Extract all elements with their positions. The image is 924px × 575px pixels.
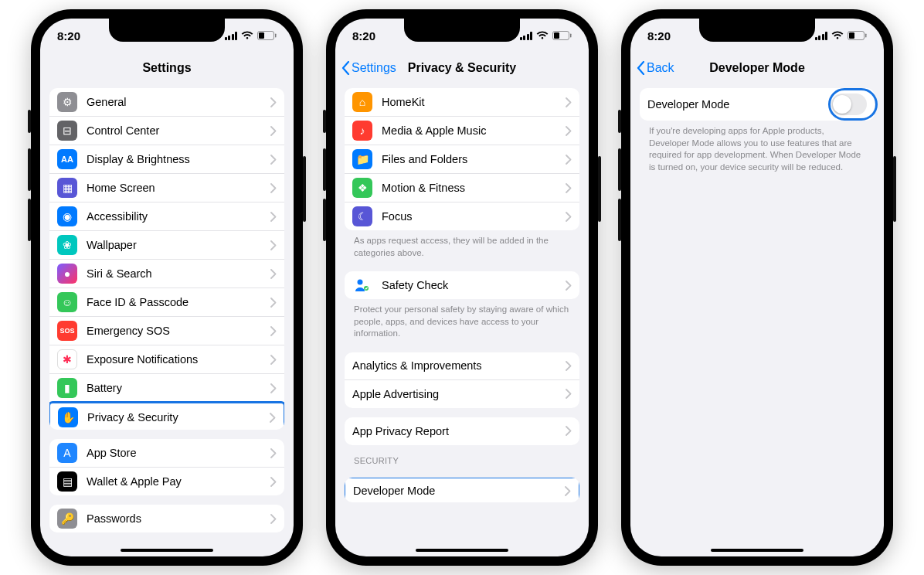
- chevron-right-icon: [566, 281, 572, 291]
- chevron-right-icon: [270, 212, 277, 222]
- chevron-right-icon: [270, 355, 277, 365]
- page-title: Developer Mode: [709, 61, 805, 75]
- back-button[interactable]: Settings: [341, 61, 396, 75]
- wallet-icon: ▤: [57, 471, 77, 492]
- row-label: Developer Mode: [353, 485, 565, 497]
- battery-icon: [552, 31, 572, 40]
- row-homekit[interactable]: ⌂ HomeKit: [345, 88, 579, 117]
- chevron-right-icon: [270, 326, 277, 336]
- row-wallpaper[interactable]: ❀ Wallpaper: [49, 231, 284, 260]
- back-label: Settings: [352, 61, 396, 75]
- accessibility-icon: ◉: [57, 206, 77, 226]
- row-exposure-notifications[interactable]: ✱ Exposure Notifications: [49, 345, 284, 374]
- row-label: Control Center: [87, 124, 270, 137]
- row-label: Analytics & Improvements: [352, 359, 566, 372]
- developer-mode-row: Developer Mode: [640, 88, 875, 121]
- row-app-privacy-report[interactable]: App Privacy Report: [345, 417, 579, 445]
- row-siri-search[interactable]: ● Siri & Search: [49, 260, 284, 288]
- privacy-list[interactable]: ⌂ HomeKit ♪ Media & Apple Music 📁 Files …: [335, 83, 589, 556]
- chevron-right-icon: [566, 361, 572, 371]
- chevron-right-icon: [270, 383, 277, 393]
- gear-icon: ⚙︎: [57, 92, 77, 112]
- row-label: App Store: [87, 447, 270, 459]
- row-media-apple-music[interactable]: ♪ Media & Apple Music: [345, 117, 579, 145]
- row-label: Files and Folders: [382, 153, 566, 165]
- row-label: Emergency SOS: [87, 325, 270, 337]
- row-label: Safety Check: [382, 279, 566, 291]
- chevron-right-icon: [270, 298, 277, 308]
- chevron-right-icon: [270, 413, 276, 423]
- row-general[interactable]: ⚙︎ General: [49, 88, 284, 117]
- signal-icon: [815, 32, 828, 40]
- status-time: 8:20: [352, 29, 375, 43]
- chevron-right-icon: [270, 183, 277, 193]
- wifi-icon: [241, 31, 253, 40]
- chevron-right-icon: [270, 155, 277, 165]
- row-label: Display & Brightness: [87, 153, 270, 165]
- chevron-right-icon: [566, 183, 572, 193]
- row-label: Face ID & Passcode: [87, 296, 270, 308]
- signal-icon: [520, 32, 533, 40]
- home-indicator[interactable]: [121, 549, 213, 552]
- notch: [109, 19, 225, 42]
- home-indicator[interactable]: [711, 549, 803, 552]
- status-time: 8:20: [57, 29, 80, 43]
- chevron-right-icon: [270, 448, 277, 458]
- row-home-screen[interactable]: ▦ Home Screen: [49, 174, 284, 202]
- row-battery[interactable]: ▮ Battery: [49, 374, 284, 403]
- row-wallet-apple-pay[interactable]: ▤ Wallet & Apple Pay: [49, 468, 284, 495]
- row-apple-advertising[interactable]: Apple Advertising: [345, 380, 579, 408]
- siri-icon: ●: [57, 264, 77, 284]
- developer-mode-content: Developer Mode If you're developing apps…: [630, 83, 884, 556]
- row-accessibility[interactable]: ◉ Accessibility: [49, 202, 284, 231]
- row-label: Privacy & Security: [87, 411, 270, 424]
- svg-rect-4: [554, 32, 559, 39]
- notch: [699, 19, 815, 42]
- home-indicator[interactable]: [416, 549, 508, 552]
- music-icon: ♪: [352, 121, 372, 141]
- wifi-icon: [831, 31, 844, 40]
- row-passwords[interactable]: 🔑 Passwords: [49, 505, 284, 532]
- exposure-icon: ✱: [57, 349, 77, 369]
- back-button[interactable]: Back: [637, 61, 674, 75]
- nav-bar: Back Developer Mode: [630, 53, 884, 83]
- row-label: Battery: [87, 382, 270, 394]
- chevron-right-icon: [270, 97, 277, 107]
- battery-icon: ▮: [57, 378, 77, 398]
- row-emergency-sos[interactable]: SOS Emergency SOS: [49, 317, 284, 345]
- chevron-right-icon: [566, 155, 572, 165]
- row-analytics-improvements[interactable]: Analytics & Improvements: [345, 352, 579, 380]
- developer-mode-toggle[interactable]: [831, 94, 867, 115]
- row-display-brightness[interactable]: AA Display & Brightness: [49, 145, 284, 174]
- chevron-right-icon: [270, 514, 277, 524]
- row-developer-mode[interactable]: Developer Mode: [345, 478, 579, 502]
- row-face-id-passcode[interactable]: ☺ Face ID & Passcode: [49, 288, 284, 317]
- svg-rect-2: [275, 34, 277, 38]
- notch: [404, 19, 520, 42]
- row-label: Focus: [382, 210, 566, 223]
- motion-icon: ❖: [352, 178, 372, 198]
- row-privacy-security[interactable]: ✋ Privacy & Security: [49, 401, 284, 430]
- display-icon: AA: [57, 149, 77, 169]
- row-focus[interactable]: ☾ Focus: [345, 202, 579, 230]
- row-label: Media & Apple Music: [382, 124, 566, 137]
- developer-mode-label: Developer Mode: [647, 98, 831, 111]
- settings-list[interactable]: ⚙︎ General ⊟ Control Center AA Display &…: [40, 83, 294, 556]
- chevron-right-icon: [566, 126, 572, 136]
- battery-icon: [848, 31, 867, 40]
- phone-frame-1: 8:20 Settings ⚙︎ General ⊟ Control Cente…: [31, 9, 303, 566]
- chevron-right-icon: [566, 212, 572, 222]
- developer-mode-footer: If you're developing apps for Apple prod…: [640, 121, 875, 176]
- page-title: Privacy & Security: [408, 61, 517, 75]
- row-motion-fitness[interactable]: ❖ Motion & Fitness: [345, 174, 579, 202]
- row-label: Passwords: [87, 512, 270, 525]
- wallpaper-icon: ❀: [57, 235, 77, 255]
- phone-frame-3: 8:20 Back Developer Mode Developer Mode: [621, 9, 893, 566]
- row-safety-check[interactable]: Safety Check: [345, 271, 579, 299]
- svg-rect-1: [259, 32, 264, 39]
- row-app-store[interactable]: A App Store: [49, 439, 284, 468]
- home-screen-icon: ▦: [57, 178, 77, 198]
- back-label: Back: [647, 61, 674, 75]
- row-files-and-folders[interactable]: 📁 Files and Folders: [345, 145, 579, 174]
- row-control-center[interactable]: ⊟ Control Center: [49, 117, 284, 145]
